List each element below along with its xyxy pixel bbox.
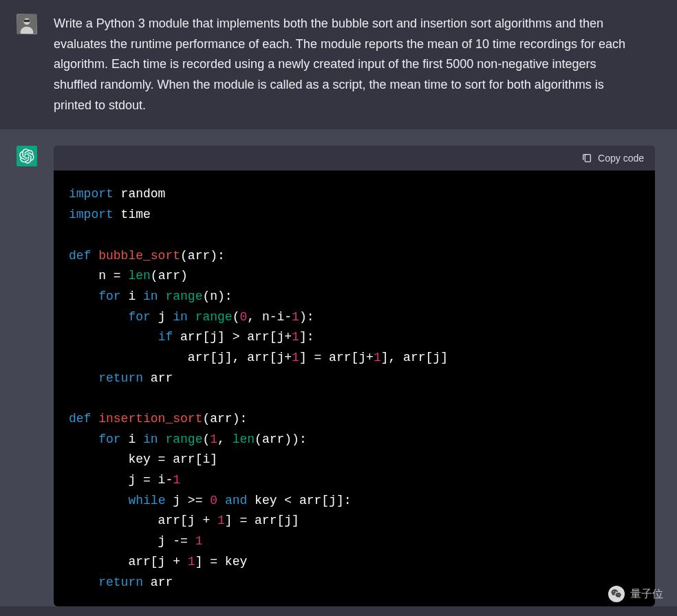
watermark: 量子位: [608, 586, 663, 602]
user-message-text: Write a Python 3 module that implements …: [54, 14, 660, 116]
user-message-row: Write a Python 3 module that implements …: [0, 0, 677, 129]
wechat-icon: [608, 586, 625, 602]
svg-rect-5: [585, 155, 590, 162]
user-avatar-image: [17, 14, 36, 34]
svg-point-4: [26, 19, 30, 22]
code-content: import random import time def bubble_sor…: [54, 170, 655, 606]
user-avatar: [17, 14, 37, 34]
openai-logo-icon: [19, 148, 34, 164]
clipboard-icon: [581, 153, 592, 164]
code-block: Copy code import random import time def …: [54, 146, 655, 606]
assistant-message-row: Copy code import random import time def …: [0, 129, 677, 606]
watermark-text: 量子位: [630, 587, 663, 602]
code-header: Copy code: [54, 146, 655, 170]
assistant-avatar: [17, 146, 37, 166]
copy-code-button[interactable]: Copy code: [581, 153, 644, 164]
copy-code-label: Copy code: [598, 153, 644, 164]
